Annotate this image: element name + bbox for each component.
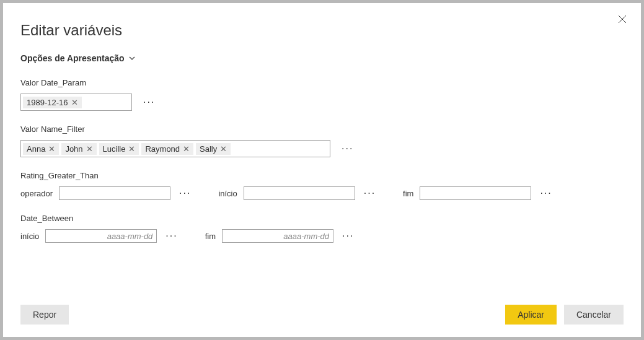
more-options-button[interactable]: ···: [141, 97, 157, 107]
operator-input[interactable]: [59, 186, 170, 200]
cancel-button[interactable]: Cancelar: [564, 305, 624, 325]
tag-text: John: [65, 144, 82, 154]
dialog-footer: Repor Aplicar Cancelar: [20, 299, 624, 325]
field-date-between: Date_Between início ··· fim ···: [20, 214, 624, 243]
field-label: Date_Between: [20, 214, 624, 223]
tag-text: Lucille: [103, 144, 126, 154]
remove-tag-icon[interactable]: ✕: [183, 145, 190, 153]
tag-text: 1989-12-16: [27, 98, 68, 107]
more-options-button[interactable]: ···: [177, 188, 193, 198]
field-label: Rating_Greater_Than: [20, 171, 624, 180]
date-between-start-input[interactable]: [45, 229, 157, 243]
field-rating-greater: Rating_Greater_Than operador ··· início …: [20, 171, 624, 200]
reset-button[interactable]: Repor: [20, 305, 69, 325]
display-options-label: Opções de Apresentação: [20, 53, 125, 63]
tag[interactable]: John✕: [61, 143, 96, 155]
tag[interactable]: Sally✕: [196, 143, 231, 155]
remove-tag-icon[interactable]: ✕: [128, 145, 135, 153]
rating-start-input[interactable]: [244, 186, 355, 200]
content-area: Opções de Apresentação Valor Date_Param …: [20, 53, 624, 299]
close-button[interactable]: [616, 13, 629, 25]
more-options-button[interactable]: ···: [163, 231, 180, 241]
operator-label: operador: [20, 189, 53, 198]
field-date-param: Valor Date_Param 1989-12-16 ✕ ···: [20, 78, 624, 111]
field-label: Valor Date_Param: [20, 78, 624, 87]
start-label: início: [218, 189, 237, 198]
chevron-down-icon: [128, 54, 136, 62]
name-filter-input[interactable]: Anna✕ John✕ Lucille✕ Raymond✕ Sally✕: [20, 140, 330, 157]
field-label: Valor Name_Filter: [20, 124, 624, 134]
end-label: fim: [205, 232, 216, 241]
apply-button[interactable]: Aplicar: [505, 305, 557, 325]
more-options-button[interactable]: ···: [340, 231, 356, 241]
display-options-toggle[interactable]: Opções de Apresentação: [20, 53, 136, 63]
more-options-button[interactable]: ···: [361, 188, 378, 198]
tag-text: Anna: [27, 144, 45, 154]
remove-tag-icon[interactable]: ✕: [48, 145, 55, 153]
tag-text: Raymond: [145, 144, 180, 154]
tag[interactable]: 1989-12-16 ✕: [23, 97, 82, 108]
date-between-end-input[interactable]: [222, 229, 333, 243]
tag[interactable]: Lucille✕: [99, 143, 139, 155]
close-icon: [618, 15, 627, 24]
remove-tag-icon[interactable]: ✕: [86, 145, 93, 153]
remove-tag-icon[interactable]: ✕: [220, 145, 227, 153]
remove-tag-icon[interactable]: ✕: [71, 98, 78, 107]
more-options-button[interactable]: ···: [339, 144, 356, 154]
rating-end-input[interactable]: [420, 186, 531, 200]
start-label: início: [20, 232, 39, 241]
dialog-title: Editar variáveis: [20, 22, 624, 39]
tag-text: Sally: [200, 144, 217, 154]
field-name-filter: Valor Name_Filter Anna✕ John✕ Lucille✕ R…: [20, 124, 624, 157]
tag[interactable]: Anna✕: [23, 143, 59, 155]
more-options-button[interactable]: ···: [537, 188, 554, 198]
tag[interactable]: Raymond✕: [141, 143, 193, 155]
end-label: fim: [403, 189, 413, 198]
edit-variables-dialog: Editar variáveis Opções de Apresentação …: [3, 3, 641, 337]
date-param-input[interactable]: 1989-12-16 ✕: [20, 94, 132, 111]
